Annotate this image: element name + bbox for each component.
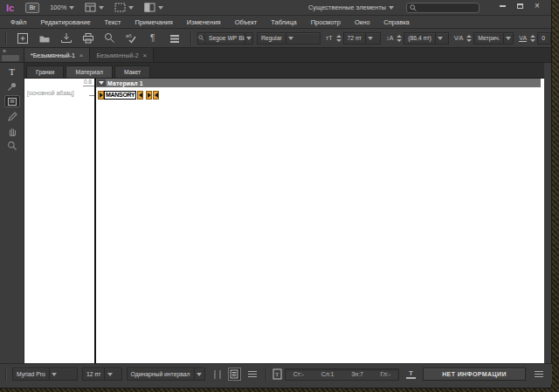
status-font-family-select[interactable]: Myriad Pro [12,368,78,381]
close-icon: × [535,2,540,10]
font-size-icon: тТ [326,35,332,41]
story-collapse-button[interactable] [97,79,106,86]
leading-stepper[interactable] [397,35,402,42]
close-icon[interactable]: × [79,52,84,59]
kerning-select[interactable]: Метрич. [473,32,514,45]
story-header-bar[interactable]: Материал 1 [96,79,541,87]
font-family-select[interactable]: Segoe WP Black [197,32,253,45]
pencil-tool[interactable] [4,110,20,122]
view-options-dropdown[interactable] [85,3,104,12]
tab-story[interactable]: Материал [66,65,113,78]
type-tool[interactable]: T [4,65,20,78]
printer-icon [82,32,94,44]
svg-text:аб: аб [126,33,132,38]
tab-galley[interactable]: Гранки [26,65,64,78]
tracking-icon: VA [519,35,527,42]
menu-notes[interactable]: Примечания [128,16,179,28]
workspace-switcher[interactable]: Существенные элементы [308,3,394,11]
find-button[interactable] [99,31,121,46]
statusbar-menu-button[interactable] [248,371,257,377]
workspace-name: Существенные элементы [308,3,386,11]
show-hidden-characters-button[interactable]: ¶ [141,31,163,46]
tools-panel-header[interactable]: » [0,48,24,62]
note-open-marker[interactable] [146,91,152,100]
copyfit-icon: T [409,370,413,376]
save-button[interactable] [55,31,77,46]
note-close-marker[interactable] [137,91,143,100]
story-pane[interactable]: Материал 1 MANSORY [96,79,544,367]
search-input[interactable] [418,4,474,10]
zoom-tool[interactable] [4,140,20,152]
chevron-down-icon [69,6,74,10]
galley-appearance-button[interactable] [228,368,241,381]
note-close-marker[interactable] [153,91,159,100]
control-toolbar: аб ¶ Segoe WP Black Regular тТ 72 [0,29,551,48]
save-icon [60,32,72,44]
menu-track-changes[interactable]: Изменения [180,16,228,28]
tracking-stepper[interactable] [530,35,535,42]
menu-edit[interactable]: Редактирование [33,16,97,28]
copyfit-menu-button[interactable] [535,371,543,377]
leading-value: (86,4 пт) [404,33,434,44]
status-font-size-select[interactable]: 12 пт [82,368,121,381]
menu-help[interactable]: Справка [376,16,416,28]
minimize-icon [500,5,506,7]
columns-view-button[interactable] [163,31,185,46]
menu-file[interactable]: Файл [3,16,33,28]
menu-object[interactable]: Объект [228,16,265,28]
magnifier-icon [7,141,17,151]
leading-select[interactable]: (86,4 пт) [404,32,448,45]
chevron-down-icon [104,368,114,380]
font-size-stepper[interactable] [336,35,342,42]
kerning-stepper[interactable] [466,35,472,42]
screen-mode-dropdown[interactable] [114,3,134,12]
open-document-button[interactable] [34,31,56,46]
doc-tab-untitled-1[interactable]: *Безымянный-1 × [24,48,90,62]
tracking-field[interactable]: 0 [537,32,551,45]
font-search-icon [198,33,205,44]
menu-table[interactable]: Таблица [264,16,303,28]
new-document-icon [17,32,29,45]
arrange-documents-dropdown[interactable] [144,3,163,12]
search-icon [410,4,417,11]
story-stats-button[interactable]: T [273,368,283,381]
note-open-marker[interactable] [98,91,104,100]
line-spacing-select[interactable]: Одинарный интервал [127,368,205,381]
close-icon[interactable]: × [143,52,148,59]
note-text[interactable]: MANSORY [104,91,136,100]
statusbar-separator [266,368,267,382]
chevron-down-icon [389,6,394,10]
bridge-button[interactable]: Br [25,3,39,13]
search-field[interactable] [406,3,480,13]
doc-tab-untitled-2[interactable]: Безымянный-2 × [90,48,154,62]
font-style-select[interactable]: Regular [257,32,321,45]
arrange-documents-icon [144,3,155,12]
chevron-down-icon [128,6,134,10]
menu-view[interactable]: Просмотр [304,16,348,28]
chevron-down-icon [49,368,59,380]
print-button[interactable] [77,31,99,46]
stat-depth: Гл:- [381,371,390,377]
minimize-button[interactable] [493,1,511,11]
doc-tab-label: Безымянный-2 [96,52,138,58]
note-tool[interactable] [4,95,20,107]
note-anchor-tool[interactable] [4,80,20,93]
main-area: T [0,63,544,367]
new-document-button[interactable] [12,31,34,46]
tab-layout[interactable]: Макет [114,65,150,78]
spellcheck-button[interactable]: аб [121,31,142,46]
kerning-icon: V∕A [454,35,464,41]
maximize-button[interactable] [511,1,528,11]
copyfit-info-button[interactable]: НЕТ ИНФОРМАЦИИ [423,368,526,381]
menu-type[interactable]: Текст [98,16,128,28]
story-text-line[interactable]: MANSORY [98,90,544,100]
font-size-select[interactable]: 72 пт [343,32,382,45]
hand-tool[interactable] [4,125,20,137]
leading-icon: ↕А [386,35,393,41]
stat-words: Сл:1 [321,371,335,377]
show-paragraph-marks-button[interactable] [214,370,221,379]
hand-icon [7,126,17,136]
menu-window[interactable]: Окно [348,16,376,28]
close-button[interactable]: × [528,1,546,11]
zoom-level-dropdown[interactable]: 100% [50,3,74,11]
